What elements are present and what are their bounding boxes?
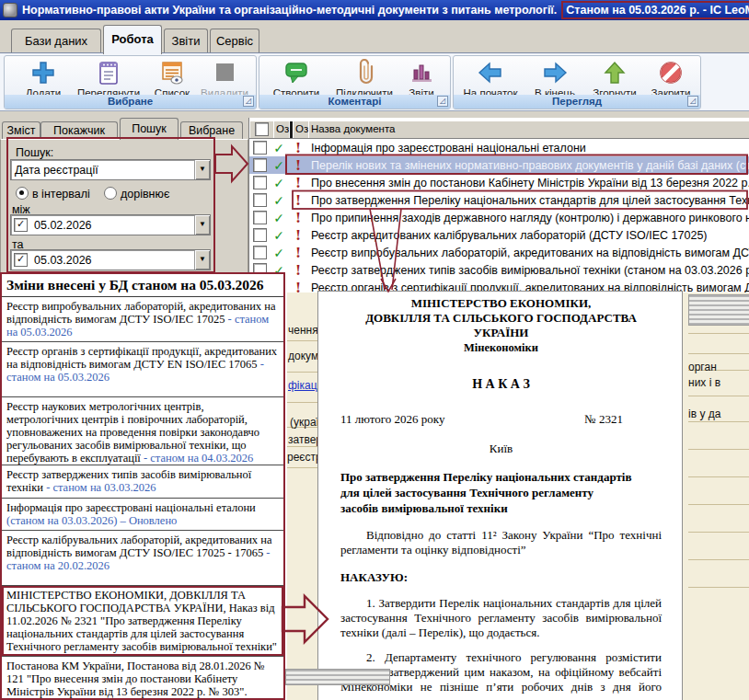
tab-robota[interactable]: Робота: [103, 25, 162, 54]
delete-icon: [211, 59, 238, 86]
view-button[interactable]: Переглянути: [73, 59, 144, 98]
search-field-select[interactable]: Дата реєстрації ▼: [10, 159, 211, 180]
list-button[interactable]: Список: [148, 59, 196, 98]
checkbox-icon[interactable]: [253, 211, 267, 224]
list-item[interactable]: Реєстр органів з сертифікації продукції,…: [2, 342, 283, 397]
chevron-down-icon[interactable]: ▼: [194, 215, 210, 235]
exclamation-icon: !: [288, 262, 308, 279]
table-row[interactable]: ✓!Про затвердження Переліку національних…: [249, 191, 749, 209]
doc-org-line1: МІНІСТЕРСТВО ЕКОНОМІКИ,: [340, 296, 662, 311]
tab-zvity[interactable]: Звіти: [164, 29, 208, 52]
checkbox-icon[interactable]: [253, 193, 267, 207]
checkmark-icon: ✓: [270, 157, 288, 174]
table-row[interactable]: ✓!Реєстр акредитованих калібрувальних ла…: [249, 226, 749, 244]
dialog-launcher-icon[interactable]: ◿: [243, 96, 254, 107]
form-fragment: орган: [688, 361, 717, 373]
date-from-field[interactable]: ✓ 05.02.2026 ▼: [10, 214, 211, 235]
document-preview: МІНІСТЕРСТВО ЕКОНОМІКИ, ДОВКІЛЛЯ ТА СІЛЬ…: [317, 291, 683, 700]
table-row[interactable]: ✓!Інформація про зареєстровані національ…: [249, 139, 749, 156]
paperclip-icon: [351, 59, 378, 86]
radio-dot-icon: [16, 187, 29, 200]
menu-tab-row: Бази даних Робота Звіти Сервіс: [0, 20, 749, 52]
add-button[interactable]: Додати: [16, 59, 71, 98]
comment-icon: [282, 59, 310, 86]
reports-button[interactable]: Звіти: [399, 59, 444, 98]
checkbox-icon[interactable]: [253, 158, 267, 172]
checkmark-icon: ✓: [270, 192, 288, 209]
doc-number: № 2321: [584, 412, 623, 427]
delete-button[interactable]: Видалити: [198, 59, 251, 98]
title-bar: Нормативно-правові акти України та орган…: [0, 0, 749, 20]
exclamation-icon: !: [288, 157, 308, 174]
exclamation-icon: !: [288, 140, 308, 156]
attach-comment-button[interactable]: Підключити: [331, 59, 398, 98]
tab-servis[interactable]: Сервіс: [210, 29, 259, 52]
tab-bazy-danykh[interactable]: Бази даних: [11, 29, 101, 52]
table-row[interactable]: ✓!Реєстр випробувальних лабораторій, акр…: [249, 244, 749, 261]
arrow-left-icon: [477, 59, 504, 86]
collapse-button[interactable]: Згорнути: [586, 59, 643, 98]
table-row-selected[interactable]: ✓!Перелік нових та змінених нормативно-п…: [249, 156, 749, 174]
go-end-button[interactable]: В кінець: [527, 59, 582, 98]
bar-chart-icon: [408, 59, 435, 86]
go-start-button[interactable]: На початок: [457, 59, 524, 98]
ribbon-group-label-view: Перегляд ◿: [454, 95, 700, 109]
table-row[interactable]: ✓!Про внесення змін до постанови Кабінет…: [249, 174, 749, 191]
checkbox-icon[interactable]: [253, 141, 267, 155]
window-title-status: Станом на 05.03.2026 р. - ІС LeoMETR 4..…: [561, 1, 749, 19]
doc-city: Київ: [340, 442, 662, 456]
ribbon-group-favorites: Додати Переглянути Список Видалити Вибра…: [4, 55, 257, 109]
view-notepad-icon: [95, 59, 122, 86]
side-tab-pokazhchyk[interactable]: Покажчик: [40, 121, 118, 140]
checkmark-icon: ✓: [270, 227, 288, 244]
table-row[interactable]: ✓!Реєстр затверджених типів засобів вимі…: [249, 261, 749, 279]
checkmark-icon: ✓: [270, 210, 288, 226]
chevron-down-icon[interactable]: ▼: [194, 160, 210, 179]
dialog-launcher-icon[interactable]: ◿: [437, 96, 448, 107]
chevron-down-icon[interactable]: ▼: [194, 250, 210, 270]
side-tab-poshuk[interactable]: Пошук: [120, 118, 179, 140]
exclamation-icon: !: [288, 245, 308, 261]
checkmark-icon: ✓: [270, 140, 288, 156]
checkbox-checked-icon[interactable]: ✓: [14, 253, 28, 267]
dialog-launcher-icon[interactable]: ◿: [687, 96, 698, 107]
checkbox-icon[interactable]: [253, 176, 267, 189]
header-doc-name[interactable]: Назва документа: [308, 120, 749, 139]
list-item[interactable]: Реєстр випробувальних лабораторій, акред…: [2, 297, 283, 342]
list-item[interactable]: Реєстр затверджених типів засобів вимірю…: [2, 465, 283, 499]
list-item[interactable]: Постанова КМ України, Постанова від 28.0…: [2, 657, 283, 699]
doc-paragraph-1: 1. Затвердити Перелік національних станд…: [340, 596, 662, 640]
radio-equals[interactable]: дорівнює: [104, 187, 169, 201]
list-item-highlighted[interactable]: МІНІСТЕРСТВО ЕКОНОМІКИ, ДОВКІЛЛЯ ТА СІЛЬ…: [2, 586, 283, 657]
form-fragment: ів у да: [688, 407, 720, 420]
ribbon-group-label-comments: Коментарі ◿: [259, 95, 450, 109]
radio-interval[interactable]: в інтервалі: [16, 187, 90, 201]
exclamation-icon: !: [288, 192, 308, 209]
list-item[interactable]: Реєстр калібрувальних лабораторій, акред…: [2, 531, 283, 586]
doc-subject: Про затвердження Переліку національних с…: [340, 469, 662, 516]
create-comment-button[interactable]: Створити: [267, 59, 326, 98]
checkbox-icon[interactable]: [253, 246, 267, 259]
ribbon-toolbar: Додати Переглянути Список Видалити Вибра…: [0, 52, 749, 111]
exclamation-icon: !: [288, 210, 308, 226]
header-select-column[interactable]: [249, 120, 276, 139]
checkbox-icon[interactable]: [253, 228, 267, 242]
form-fragment: чення: [288, 324, 318, 337]
side-tab-vybrane[interactable]: Вибране: [180, 121, 243, 140]
list-item[interactable]: Реєстр наукових метрологічних центрів, м…: [2, 397, 283, 465]
doc-org-line2: ДОВКІЛЛЯ ТА СІЛЬСЬКОГО ГОСПОДАРСТВА УКРА…: [340, 311, 662, 340]
side-tab-zmist[interactable]: Зміст: [2, 121, 40, 140]
list-eye-icon: [158, 59, 186, 86]
form-fragment-link[interactable]: фікаці: [288, 379, 319, 392]
date-to-field[interactable]: ✓ 05.03.2026 ▼: [10, 249, 211, 270]
checkbox-icon[interactable]: [255, 122, 269, 136]
app-icon: [3, 3, 17, 17]
close-button[interactable]: Закрити: [645, 59, 697, 98]
arrow-right-icon: [541, 59, 569, 86]
doc-order-word: НАКАЗУЮ:: [340, 570, 662, 585]
form-fragment: них і в: [688, 376, 720, 389]
doc-date: 11 лютого 2026 року: [340, 412, 444, 427]
list-item[interactable]: Інформація про зареєстровані національні…: [2, 499, 283, 531]
table-row[interactable]: ✓!Про припинення заходів державного нагл…: [249, 209, 749, 226]
checkbox-checked-icon[interactable]: ✓: [14, 218, 28, 232]
